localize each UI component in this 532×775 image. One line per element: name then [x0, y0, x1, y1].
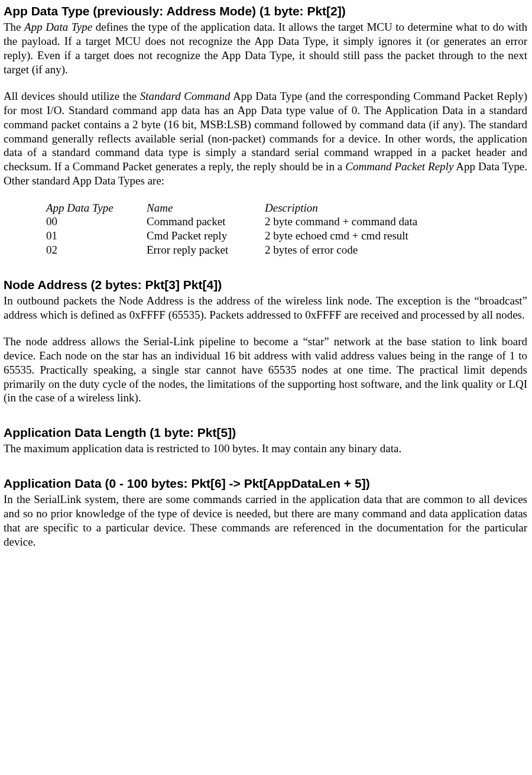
column-header-name: Name	[147, 201, 265, 215]
table-row: 01 Cmd Packet reply 2 byte echoed cmd + …	[46, 229, 527, 243]
paragraph: All devices should utilize the Standard …	[4, 89, 527, 187]
cell-app-data-type: 00	[46, 215, 147, 229]
app-data-type-table: App Data Type Name Description 00 Comman…	[46, 201, 527, 257]
section-heading-app-data-length: Application Data Length (1 byte: Pkt[5])	[4, 425, 527, 440]
paragraph: The node address allows the Serial-Link …	[4, 335, 527, 405]
column-header-description: Description	[265, 201, 527, 215]
paragraph: The App Data Type defines the type of th…	[4, 20, 527, 76]
cell-description: 2 bytes of error code	[265, 243, 527, 257]
section-heading-application-data: Application Data (0 - 100 bytes: Pkt[6] …	[4, 476, 527, 491]
cell-app-data-type: 01	[46, 229, 147, 243]
emphasis: Command Packet Reply	[345, 160, 453, 173]
cell-name: Command packet	[147, 215, 265, 229]
paragraph: In outbound packets the Node Address is …	[4, 294, 527, 322]
table-row: 02 Error reply packet 2 bytes of error c…	[46, 243, 527, 257]
cell-name: Cmd Packet reply	[147, 229, 265, 243]
cell-app-data-type: 02	[46, 243, 147, 257]
section-heading-node-address: Node Address (2 bytes: Pkt[3] Pkt[4])	[4, 277, 527, 293]
paragraph: The maximum application data is restrict…	[4, 442, 527, 456]
table-header-row: App Data Type Name Description	[46, 201, 527, 215]
column-header-app-data-type: App Data Type	[46, 201, 147, 215]
emphasis: App Data Type	[24, 21, 92, 33]
text: The	[4, 21, 24, 33]
cell-description: 2 byte echoed cmd + cmd result	[265, 229, 527, 243]
text: All devices should utilize the	[4, 90, 140, 102]
section-heading-app-data-type: App Data Type (previously: Address Mode)…	[4, 4, 527, 19]
paragraph: In the SerialLink system, there are some…	[4, 492, 527, 549]
cell-description: 2 byte command + command data	[265, 215, 527, 229]
emphasis: Standard Command	[140, 90, 231, 102]
cell-name: Error reply packet	[147, 243, 265, 257]
table-row: 00 Command packet 2 byte command + comma…	[46, 215, 527, 229]
